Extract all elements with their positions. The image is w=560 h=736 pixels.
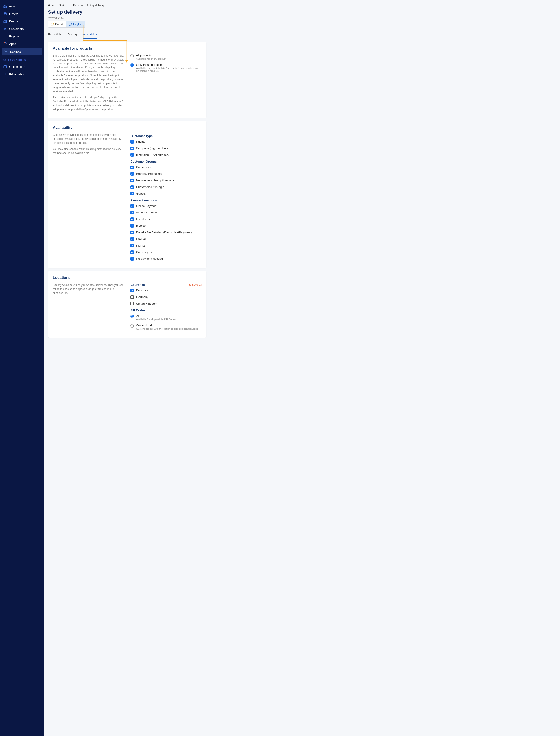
checkbox-company-org-number[interactable]: Company (org. number): [130, 147, 202, 150]
checkbox-for-claims[interactable]: For claims: [130, 217, 202, 221]
nav-price-index[interactable]: Price index: [0, 70, 44, 78]
breadcrumb-link[interactable]: Home: [48, 4, 55, 7]
checkbox-label: Institution (EAN number): [136, 153, 169, 156]
nav-apps[interactable]: Apps: [0, 40, 44, 48]
nav-home[interactable]: Home: [0, 3, 44, 10]
lang-dansk[interactable]: ✓ Dansk: [48, 21, 66, 27]
card-title: Available for products: [53, 46, 202, 51]
nav-section-label: SALES CHANNELS: [0, 56, 44, 63]
nav-settings[interactable]: Settings: [2, 48, 42, 55]
tab-essentials[interactable]: Essentials: [48, 31, 62, 39]
checkbox-paypal[interactable]: PayPal: [130, 237, 202, 241]
checkbox-customers-b2b-login[interactable]: Customers B2B-login: [130, 185, 202, 189]
radio-icon: [130, 315, 134, 318]
checkbox-institution-ean-number[interactable]: Institution (EAN number): [130, 153, 202, 157]
orders-icon: [3, 12, 7, 16]
nav-orders[interactable]: Orders: [0, 10, 44, 18]
checkbox-icon: [130, 204, 134, 208]
checkbox-icon: [130, 289, 134, 292]
checkbox-danske-netbetaling-danish-netpayment[interactable]: Danske NetBetaling (Danish NetPayment): [130, 231, 202, 234]
radio-icon: [130, 324, 134, 328]
help-text: Specify which countries you want to deli…: [53, 283, 124, 295]
radio-only-these-products[interactable]: Only these products Available only for t…: [130, 63, 202, 72]
radio-icon: [130, 63, 134, 67]
checkbox-icon: [130, 166, 134, 169]
checkbox-no-payment-needed[interactable]: No payment needed: [130, 257, 202, 261]
card-availability: Availability Choose which types of custo…: [48, 121, 206, 268]
svg-rect-8: [4, 66, 7, 68]
checkbox-united-kingdom[interactable]: United Kingdom: [130, 302, 202, 305]
checkbox-klarna[interactable]: Klarna: [130, 244, 202, 247]
nav-reports[interactable]: Reports: [0, 33, 44, 40]
language-switcher: ✓ Dansk ✓ English: [48, 21, 85, 28]
store-icon: [3, 65, 7, 69]
remove-all-link[interactable]: Remove all: [188, 283, 202, 286]
nav-label: Orders: [9, 12, 18, 16]
gear-icon: [4, 50, 8, 54]
checkbox-icon: [130, 153, 134, 157]
breadcrumb-link[interactable]: Delivery: [73, 4, 83, 7]
checkbox-germany[interactable]: Germany: [130, 295, 202, 299]
checkbox-label: Newsletter subscriptions only: [136, 179, 175, 182]
checkbox-online-payment[interactable]: Online Payment: [130, 204, 202, 208]
checkbox-icon: [130, 217, 134, 221]
radio-zip-all[interactable]: All Available for all possible ZIP Codes…: [130, 314, 202, 321]
card-locations: Locations Specify which countries you wa…: [48, 271, 206, 338]
card-title: Availability: [53, 125, 202, 130]
section-customer-type: Customer Type: [130, 134, 202, 138]
lang-english[interactable]: ✓ English: [66, 21, 85, 27]
checkbox-label: Denmark: [136, 289, 148, 292]
checkbox-guests[interactable]: Guests: [130, 192, 202, 195]
checkbox-invoice[interactable]: Invoice: [130, 224, 202, 228]
radio-label: All products: [136, 54, 166, 57]
checkbox-icon: [130, 250, 134, 254]
checkbox-cash-payment[interactable]: Cash payment: [130, 250, 202, 254]
reports-icon: [3, 34, 7, 38]
checkbox-account-transfer[interactable]: Account transfer: [130, 211, 202, 214]
tabs: Essentials Pricing Availability: [48, 31, 206, 39]
checkbox-newsletter-subscriptions-only[interactable]: Newsletter subscriptions only: [130, 179, 202, 182]
nav-label: Apps: [9, 42, 16, 46]
checkbox-label: Customers B2B-login: [136, 185, 164, 189]
radio-sublabel: Customized list with the option to add a…: [136, 328, 198, 330]
page-title: Set up delivery: [48, 9, 206, 15]
svg-rect-4: [5, 36, 5, 38]
radio-icon: [130, 54, 134, 57]
help-text: Should the shipping method be available …: [53, 54, 124, 93]
checkbox-label: Cash payment: [136, 250, 155, 254]
radio-zip-customized[interactable]: Customized Customized list with the opti…: [130, 324, 202, 330]
breadcrumb: Home › Settings › Delivery › Set up deli…: [48, 4, 206, 7]
breadcrumb-current: Set up delivery: [87, 4, 104, 7]
products-icon: [3, 19, 7, 23]
checkbox-private[interactable]: Private: [130, 140, 202, 144]
breadcrumb-link[interactable]: Settings: [59, 4, 69, 7]
nav-label: Online store: [9, 65, 25, 68]
nav-customers[interactable]: Customers: [0, 25, 44, 33]
nav-products[interactable]: Products: [0, 18, 44, 25]
radio-sublabel: Available for every product: [136, 57, 166, 60]
checkbox-label: PayPal: [136, 237, 146, 241]
nav-label: Reports: [9, 35, 20, 38]
radio-label: Customized: [136, 324, 198, 327]
radio-all-products[interactable]: All products Available for every product: [130, 54, 202, 60]
nav-online-store[interactable]: Online store: [0, 63, 44, 70]
chevron-right-icon: ›: [71, 4, 71, 7]
svg-rect-0: [4, 13, 6, 15]
checkbox-icon: [130, 302, 134, 305]
radio-sublabel: Available for all possible ZIP Codes.: [136, 318, 177, 321]
checkbox-icon: [130, 295, 134, 299]
checkbox-customers[interactable]: Customers: [130, 166, 202, 169]
tab-availability[interactable]: Availability: [83, 31, 97, 39]
checkbox-denmark[interactable]: Denmark: [130, 289, 202, 292]
help-text: You may also choose which shipping metho…: [53, 147, 124, 155]
svg-rect-5: [6, 35, 6, 38]
chevron-right-icon: ›: [57, 4, 57, 7]
checkbox-brands-producers[interactable]: Brands / Producers: [130, 172, 202, 176]
page-subtitle: My Websho...: [48, 16, 206, 19]
checkbox-label: Invoice: [136, 224, 146, 227]
section-payment-methods: Payment methods: [130, 199, 202, 202]
svg-point-7: [6, 51, 7, 52]
checkbox-label: Customers: [136, 166, 150, 169]
checkbox-icon: [130, 231, 134, 234]
tab-pricing[interactable]: Pricing: [68, 31, 77, 39]
